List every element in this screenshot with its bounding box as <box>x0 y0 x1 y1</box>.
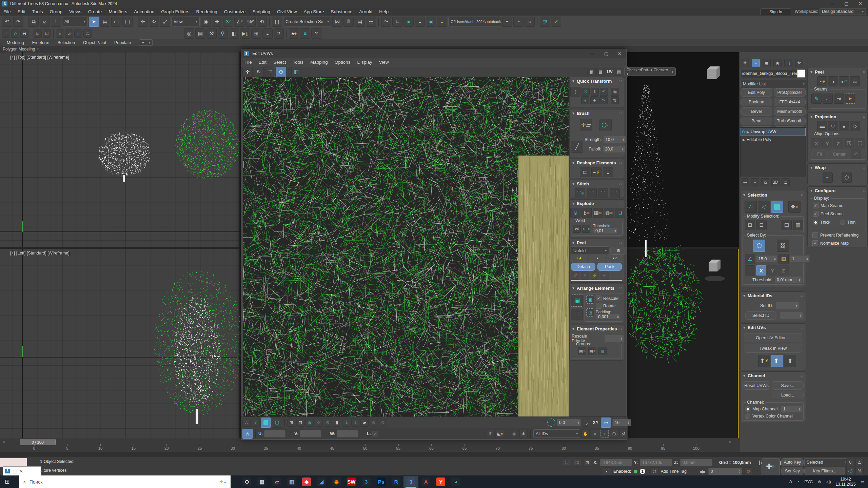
maxscript-mini-listener-pink[interactable] <box>0 458 27 467</box>
ribbon-tab[interactable]: Modeling <box>3 40 28 45</box>
align-to-edge-icon[interactable]: ⊹ <box>570 87 580 97</box>
menu-item[interactable]: Help <box>376 8 392 15</box>
group-select-icon[interactable]: ▥ <box>598 347 607 355</box>
lock-aspect-checkbox[interactable]: ✓ <box>372 431 378 436</box>
padding-spinner[interactable]: 0,001▲▼ <box>596 314 620 320</box>
visibility-eye-icon[interactable]: ⊙ <box>742 129 745 134</box>
x-coord-field[interactable]: -1943,15m <box>600 459 632 466</box>
filter-faces-icon[interactable]: ◣◉ <box>496 430 504 438</box>
axis-x-button[interactable]: X <box>756 265 766 276</box>
stitch-target-icon[interactable]: ⌒ <box>610 188 620 198</box>
snap-percent-icon2[interactable]: % <box>855 467 864 475</box>
current-frame-spinner[interactable]: 0▲▼ <box>708 468 742 475</box>
menu-item[interactable]: Create <box>85 8 105 15</box>
motion-tab-icon[interactable]: ◉ <box>773 59 782 67</box>
uv-shrink-icon[interactable]: ⊟ <box>296 419 304 427</box>
paint-size-icon[interactable]: ⊶ <box>601 418 611 428</box>
menu-item[interactable]: Civil View <box>274 8 300 15</box>
zoom-region-icon[interactable]: ⌕ <box>600 430 609 438</box>
dialog-menu-item[interactable]: Mapping <box>307 59 331 66</box>
enabled-count-badge[interactable]: 1 <box>640 469 645 474</box>
percent-snap-icon[interactable]: %² <box>245 17 256 27</box>
spherical-map-icon[interactable]: ● <box>839 121 849 131</box>
save-button[interactable]: Save... <box>772 381 804 390</box>
peel-reset-icon[interactable]: ◐↺ <box>839 76 849 86</box>
align-to-view-icon[interactable]: ⛶ <box>855 138 865 148</box>
taskbar-app[interactable]: ◉ <box>329 476 344 488</box>
flatten-smoothing-icon[interactable]: ▦▥ <box>593 208 603 218</box>
menu-item[interactable]: Views <box>66 8 85 15</box>
uv-lock-icon[interactable]: ⚿ <box>487 430 495 438</box>
falloff-curve2-icon[interactable]: ◡ <box>582 419 590 427</box>
move-brush-icon[interactable]: ✛▱ <box>580 119 592 131</box>
language-indicator[interactable]: РУС <box>804 480 813 484</box>
normalize-map-checkbox[interactable]: ✓ <box>812 240 818 246</box>
center-button[interactable]: Center <box>829 150 849 158</box>
uv-editor-canvas[interactable] <box>243 77 570 417</box>
display-tab-icon[interactable]: ▢ <box>784 59 792 67</box>
taskbar-app[interactable]: 3 <box>359 476 374 488</box>
snap-toggle-icon[interactable]: ∪ <box>846 458 854 466</box>
taskbar-app[interactable]: ◕ <box>448 476 463 488</box>
flatten-polygon-icon[interactable]: b▥ <box>581 208 592 218</box>
set-key-button[interactable]: Set Key <box>781 467 804 475</box>
isolate-selection-icon[interactable]: ⛶ <box>563 459 571 467</box>
box-map-icon[interactable]: ◇ <box>850 121 860 131</box>
edit-seams-icon[interactable]: ✎ <box>811 94 822 104</box>
select-manipulate-icon[interactable]: ✚ <box>212 17 222 27</box>
stitch-source-icon[interactable]: ⌒ <box>587 188 597 198</box>
named-selection-dropdown[interactable]: Create Selection Se▾ <box>283 17 331 26</box>
torus-icon[interactable]: ◎ <box>184 28 194 39</box>
dialog-maximize-icon[interactable]: ▢ <box>599 51 613 56</box>
render-setup-icon[interactable]: ◒ <box>415 17 425 27</box>
menu-item[interactable]: Group <box>46 8 66 15</box>
pack-nonnormalize-icon[interactable]: ⛶ <box>571 308 583 320</box>
stitch-custom-icon[interactable]: ⌒◎ <box>575 188 585 198</box>
selected-dropdown[interactable]: Selected▾ <box>804 458 849 466</box>
rect-select-icon[interactable]: ▭ <box>111 17 121 27</box>
reference-coordsys-dropdown[interactable]: View▾ <box>171 17 200 26</box>
best-align-icon[interactable]: ☈ <box>844 138 854 148</box>
rotate-checkbox[interactable] <box>596 303 601 309</box>
minimize-icon[interactable]: — <box>830 1 834 6</box>
uv-edge-mode-icon[interactable]: ◁ <box>252 419 260 427</box>
taskbar-app[interactable]: ◢ <box>314 476 329 488</box>
mini-restore-icon[interactable]: ▢ <box>13 469 17 474</box>
brush-strength-spinner[interactable]: 10,0▲▼ <box>603 136 626 143</box>
selection-lock-icon[interactable]: ⚿ <box>573 459 581 467</box>
texture-dropdown[interactable]: CheckerPatt...( Checker )▾ <box>624 67 676 76</box>
dots-icon[interactable]: ⋮ <box>2 29 10 38</box>
spline-map-icon[interactable]: ⌁ <box>823 172 833 183</box>
reset-uvws-button[interactable]: Reset UVWs <box>743 381 770 390</box>
axis-icon[interactable]: ⊿ <box>65 29 73 38</box>
sign-in-button[interactable]: Sign In <box>760 8 791 15</box>
uv-vertex-mode-icon[interactable]: ∴ <box>242 419 251 427</box>
absolute-typein-icon[interactable]: ⑃ <box>242 429 253 439</box>
edge-select-icon[interactable]: ◁ <box>758 201 770 213</box>
peel-reset2-icon[interactable]: ◐↺ <box>607 255 623 262</box>
grid-mini-icon[interactable]: ⌗ <box>74 29 82 38</box>
uv-mirror-icon[interactable]: ◧ <box>291 67 301 77</box>
paint-size-spinner[interactable]: 16▲▼ <box>612 419 631 426</box>
selection-filter-dropdown[interactable]: All▾ <box>62 17 88 26</box>
point-to-point-seam-icon[interactable]: ⌐ <box>823 94 833 104</box>
peel-options-gear[interactable]: ⚙ <box>610 247 626 255</box>
falloff-curve-icon[interactable]: ╱ <box>571 141 583 153</box>
play-panel-icon[interactable]: ▶▯ <box>240 28 250 39</box>
straighten-icon[interactable]: ⊏ <box>580 167 590 177</box>
frame-step-icons[interactable]: ◀▶ <box>699 469 706 474</box>
unpin-icon[interactable]: ✕ <box>581 271 589 280</box>
zoom-selected-icon[interactable]: ↺ <box>619 430 628 438</box>
split-view-icon[interactable]: ⊞ <box>251 28 261 39</box>
select-element-icon[interactable]: ❖➤ <box>788 201 801 213</box>
render-flyout-icon[interactable]: ◔ <box>513 17 524 27</box>
dialog-menu-item[interactable]: Edit <box>255 59 270 66</box>
help-circle-icon[interactable]: ? <box>274 28 284 39</box>
space-h-icon[interactable]: ⇆ <box>611 88 619 96</box>
toolbar-overflow[interactable]: » <box>525 17 535 27</box>
modifier-button[interactable]: FFD 4x4x4 <box>774 98 806 106</box>
uv-element-icon[interactable]: ⬡ <box>272 418 282 428</box>
modify-tab-icon[interactable]: ⌁ <box>752 59 760 67</box>
uv-column-icon[interactable]: ▮ <box>333 419 341 427</box>
set-keys-button[interactable]: ✚⚿ <box>762 458 780 475</box>
